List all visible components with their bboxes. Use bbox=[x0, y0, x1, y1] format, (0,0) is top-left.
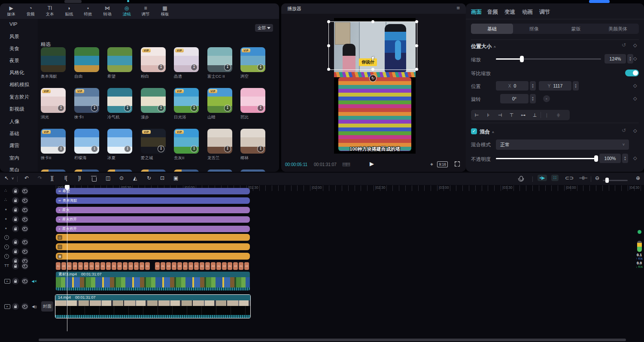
aspect-ratio-chip[interactable]: 9:16 bbox=[437, 161, 448, 167]
rotation-stepper[interactable]: ▲▼ bbox=[530, 94, 536, 103]
eye-icon[interactable] bbox=[21, 278, 28, 284]
text-clip[interactable]: A1 bbox=[172, 262, 176, 270]
align-top-icon[interactable]: ⊤ bbox=[506, 112, 517, 118]
lock-icon[interactable] bbox=[12, 188, 19, 194]
play-icon[interactable]: ▶ bbox=[370, 160, 374, 167]
split-keep-right-icon[interactable]: ]I bbox=[78, 175, 81, 181]
blend-reset-icon[interactable]: ↺ bbox=[622, 127, 626, 133]
text-clip[interactable]: A3 bbox=[117, 262, 122, 270]
redo-icon[interactable]: ↷ bbox=[38, 175, 42, 181]
opacity-slider[interactable] bbox=[496, 158, 597, 159]
scale-value[interactable]: 124% bbox=[605, 54, 626, 64]
text-clip[interactable]: A3 bbox=[211, 262, 216, 270]
preview-axis-toggle[interactable]: ⊣⊢ bbox=[579, 175, 588, 181]
text-clip[interactable]: A1 bbox=[239, 262, 243, 270]
media-tab-特效[interactable]: ⋆特效 bbox=[78, 4, 98, 18]
text-clip[interactable]: A1 bbox=[134, 262, 139, 270]
filter-category-美食[interactable]: 美食 bbox=[9, 45, 19, 52]
rotation-field[interactable]: 0° bbox=[500, 94, 529, 103]
filter-item[interactable]: 希望 bbox=[107, 47, 132, 79]
zoom-slider[interactable] bbox=[603, 180, 628, 181]
filter-clip[interactable]: ∞奥本海默 bbox=[56, 197, 250, 204]
tab-画面[interactable]: 画面 bbox=[471, 9, 482, 16]
split-icon[interactable]: ][ bbox=[51, 175, 54, 181]
eye-icon[interactable] bbox=[21, 188, 28, 194]
lock-icon[interactable] bbox=[12, 216, 19, 223]
selection-handle[interactable] bbox=[415, 44, 418, 47]
eye-icon[interactable] bbox=[21, 263, 28, 269]
text-clip[interactable]: A3 bbox=[233, 262, 238, 270]
selection-handle[interactable] bbox=[327, 44, 330, 47]
filter-item[interactable]: VIP↧粉白 bbox=[141, 47, 166, 79]
filter-category-风景[interactable]: 风景 bbox=[9, 33, 19, 40]
filter-category-复古胶片[interactable]: 复古胶片 bbox=[9, 94, 29, 100]
rotate-icon[interactable]: ↻ bbox=[147, 175, 151, 181]
media-tab-模板[interactable]: ▦模板 bbox=[155, 4, 175, 18]
text-clip[interactable]: A1 bbox=[183, 262, 188, 270]
filter-item[interactable]: ↧富士CC II bbox=[207, 47, 232, 79]
rotation-knob[interactable]: - bbox=[543, 95, 550, 102]
selection-handle[interactable] bbox=[327, 20, 330, 23]
position-keyframe-icon[interactable]: ◇ bbox=[633, 83, 637, 88]
text-clip[interactable]: A3 bbox=[73, 262, 77, 270]
video-clip[interactable]: 素材3.mp400:01:31:07 bbox=[56, 272, 250, 291]
distribute-v-icon[interactable]: ⋕ bbox=[553, 112, 564, 118]
blend-mode-dropdown[interactable]: 正常˅ bbox=[496, 139, 629, 150]
keyframe-icon[interactable]: ◇ bbox=[633, 42, 637, 48]
align-right-icon[interactable]: ⊣ bbox=[494, 112, 506, 118]
speaker-muted-icon[interactable]: ◀✕ bbox=[31, 278, 38, 284]
lock-icon[interactable] bbox=[12, 225, 19, 232]
adjust-clip[interactable]: ◇ bbox=[56, 234, 250, 241]
chevron-down-icon[interactable]: ˅ bbox=[12, 176, 14, 181]
eye-icon[interactable] bbox=[21, 303, 28, 310]
filter-category-风格化[interactable]: 风格化 bbox=[9, 70, 24, 76]
text-clip[interactable]: A3 bbox=[84, 262, 88, 270]
player-menu-icon[interactable]: ≡ bbox=[456, 5, 460, 11]
effect-clip[interactable]: ⋆星火 bbox=[56, 207, 250, 213]
frames-grid-icon[interactable]: ▤▤ bbox=[342, 161, 349, 167]
blend-checkbox[interactable]: ✓ bbox=[471, 128, 477, 134]
subtab-基础[interactable]: 基础 bbox=[471, 24, 513, 34]
select-tool[interactable]: ↖ bbox=[4, 175, 9, 181]
delete-icon[interactable] bbox=[92, 177, 97, 182]
rotation-keyframe-icon[interactable]: ◇ bbox=[633, 96, 637, 101]
effect-clip[interactable]: ⋆星火炸开 bbox=[56, 216, 250, 223]
linkage-toggle[interactable]: ⊂⊃ bbox=[565, 175, 574, 181]
filter-item[interactable]: ↧漫步 bbox=[141, 88, 166, 120]
reverse-icon[interactable]: ⊙ bbox=[119, 175, 124, 181]
lock-icon[interactable] bbox=[12, 197, 19, 204]
smart-matting-icon[interactable]: ▣ bbox=[173, 175, 178, 181]
filter-category-人像[interactable]: 人像 bbox=[9, 118, 19, 125]
text-clip[interactable]: A1 bbox=[216, 262, 221, 270]
filter-item[interactable]: VIP↧徕卡I bbox=[74, 88, 99, 120]
scale-keyframe-icon[interactable]: ◇ bbox=[633, 56, 637, 61]
filter-clip[interactable]: ∞希望 bbox=[56, 188, 250, 194]
position-y-stepper[interactable]: ▲▼ bbox=[573, 81, 579, 91]
filter-category-相机模拟[interactable]: 相机模拟 bbox=[9, 82, 29, 88]
undo-icon[interactable]: ↶ bbox=[24, 175, 29, 181]
opacity-stepper[interactable]: ▲▼ bbox=[622, 154, 628, 163]
filter-item[interactable]: VIP↧润光 bbox=[41, 88, 66, 120]
horizontal-scrollbar[interactable] bbox=[39, 339, 626, 341]
cover-button[interactable]: 封面 bbox=[41, 301, 53, 312]
tab-调节[interactable]: 调节 bbox=[539, 9, 550, 16]
text-clip[interactable]: A3 bbox=[155, 262, 160, 270]
lock-icon[interactable] bbox=[12, 263, 19, 269]
media-tab-贴纸[interactable]: ◗贴纸 bbox=[59, 4, 79, 18]
align-center-h-icon[interactable]: ⊦ bbox=[483, 112, 494, 118]
distribute-h-icon[interactable]: | bbox=[541, 112, 553, 118]
reset-icon[interactable]: ↺ bbox=[622, 42, 626, 48]
media-tab-滤镜[interactable]: ◎滤镜 bbox=[117, 4, 137, 18]
text-clip[interactable]: A3 bbox=[222, 262, 227, 270]
text-clip[interactable]: A1 bbox=[145, 262, 150, 270]
filter-item[interactable]: 自由 bbox=[74, 47, 99, 79]
text-clip[interactable]: A1 bbox=[67, 262, 72, 270]
text-clip[interactable]: A3 bbox=[95, 262, 100, 270]
scale-slider[interactable] bbox=[496, 58, 601, 60]
media-tab-音频[interactable]: ◔音频 bbox=[21, 4, 40, 18]
playhead-line[interactable] bbox=[67, 185, 67, 331]
text-clip[interactable]: A1 bbox=[78, 262, 83, 270]
filter-item[interactable]: VIP↧去灰II bbox=[174, 129, 199, 161]
filter-category-基础[interactable]: 基础 bbox=[9, 130, 19, 137]
filter-category-夜景[interactable]: 夜景 bbox=[9, 58, 19, 64]
